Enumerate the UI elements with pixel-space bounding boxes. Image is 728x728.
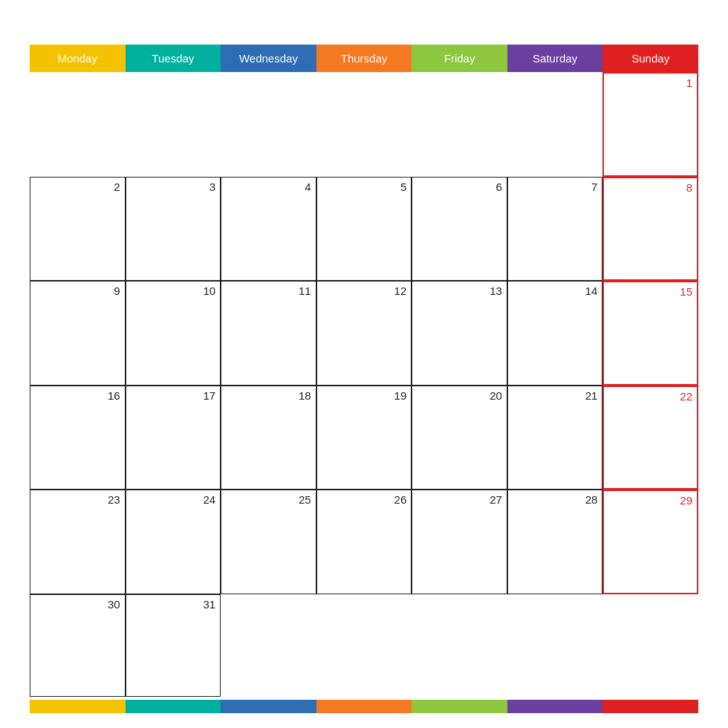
day-cell-empty <box>316 72 412 177</box>
day-number-16: 16 <box>35 389 120 402</box>
day-header-thursday: Thursday <box>316 45 412 72</box>
day-number-25: 25 <box>226 493 311 506</box>
day-cell-22[interactable]: 22 <box>602 386 698 490</box>
day-number-2: 2 <box>35 181 120 193</box>
day-number-7: 7 <box>513 181 598 193</box>
day-cell-31[interactable]: 31 <box>126 594 221 698</box>
bottom-bar-monday <box>30 700 126 713</box>
day-number-26: 26 <box>322 493 407 506</box>
calendar-grid: 1234567891011121314151617181920212223242… <box>30 72 698 697</box>
day-header-monday: Monday <box>30 45 126 72</box>
day-cell-19[interactable]: 19 <box>316 386 412 490</box>
day-number-4: 4 <box>226 181 311 193</box>
day-cell-29[interactable]: 29 <box>602 490 698 594</box>
day-cell-empty <box>412 594 507 698</box>
day-cell-10[interactable]: 10 <box>126 281 221 386</box>
bottom-color-bar <box>30 700 698 713</box>
day-cell-empty <box>30 72 126 177</box>
day-number-12: 12 <box>322 285 407 297</box>
day-number-28: 28 <box>513 493 598 506</box>
day-cell-20[interactable]: 20 <box>412 386 507 490</box>
day-number-20: 20 <box>417 389 502 402</box>
day-cell-12[interactable]: 12 <box>316 281 412 386</box>
day-cell-11[interactable]: 11 <box>221 281 316 386</box>
day-number-23: 23 <box>35 493 120 506</box>
day-number-15: 15 <box>608 285 692 298</box>
day-cell-6[interactable]: 6 <box>412 177 507 282</box>
day-number-27: 27 <box>417 493 502 506</box>
day-header-sunday: Sunday <box>602 45 698 72</box>
bottom-bar-sunday <box>602 700 698 713</box>
day-cell-14[interactable]: 14 <box>507 281 603 386</box>
bottom-bar-friday <box>412 700 507 713</box>
day-header-friday: Friday <box>412 45 507 72</box>
day-cell-28[interactable]: 28 <box>507 490 603 594</box>
day-cell-empty <box>316 594 412 698</box>
bottom-bar-tuesday <box>126 700 221 713</box>
day-number-5: 5 <box>322 181 407 193</box>
bottom-bar-wednesday <box>221 700 316 713</box>
day-cell-30[interactable]: 30 <box>30 594 126 698</box>
day-cell-16[interactable]: 16 <box>30 386 126 490</box>
day-cell-25[interactable]: 25 <box>221 490 316 594</box>
day-cell-empty <box>602 594 698 698</box>
day-number-6: 6 <box>417 181 502 193</box>
day-number-14: 14 <box>513 285 598 297</box>
day-cell-empty <box>221 594 316 698</box>
day-cell-21[interactable]: 21 <box>507 386 603 490</box>
bottom-bar-thursday <box>316 700 412 713</box>
day-header-wednesday: Wednesday <box>221 45 316 72</box>
day-cell-15[interactable]: 15 <box>602 281 698 386</box>
day-number-11: 11 <box>226 285 311 297</box>
day-cell-2[interactable]: 2 <box>30 177 126 282</box>
day-number-18: 18 <box>226 389 311 402</box>
day-number-29: 29 <box>608 494 692 507</box>
calendar-page: MondayTuesdayWednesdayThursdayFridaySatu… <box>0 0 728 728</box>
day-cell-empty <box>412 72 507 177</box>
bottom-bar-saturday <box>507 700 603 713</box>
day-cell-empty <box>221 72 316 177</box>
day-cell-18[interactable]: 18 <box>221 386 316 490</box>
day-cell-23[interactable]: 23 <box>30 490 126 594</box>
day-cell-24[interactable]: 24 <box>126 490 221 594</box>
day-number-19: 19 <box>322 389 407 402</box>
day-cell-empty <box>507 72 603 177</box>
day-number-8: 8 <box>608 181 692 194</box>
day-number-3: 3 <box>131 181 216 193</box>
day-cell-4[interactable]: 4 <box>221 177 316 282</box>
day-cell-26[interactable]: 26 <box>316 490 412 594</box>
day-header-saturday: Saturday <box>507 45 603 72</box>
day-cell-empty <box>507 594 603 698</box>
day-number-30: 30 <box>35 598 120 611</box>
day-number-31: 31 <box>131 598 216 611</box>
day-number-9: 9 <box>35 285 120 297</box>
day-cell-3[interactable]: 3 <box>126 177 221 282</box>
day-cell-9[interactable]: 9 <box>30 281 126 386</box>
day-number-1: 1 <box>608 77 692 89</box>
day-number-13: 13 <box>417 285 502 297</box>
day-cell-13[interactable]: 13 <box>412 281 507 386</box>
day-cell-1[interactable]: 1 <box>602 72 698 177</box>
day-cell-27[interactable]: 27 <box>412 490 507 594</box>
day-cell-8[interactable]: 8 <box>602 177 698 282</box>
day-number-17: 17 <box>131 389 216 402</box>
day-number-22: 22 <box>608 390 692 403</box>
day-number-21: 21 <box>513 389 598 402</box>
day-cell-5[interactable]: 5 <box>316 177 412 282</box>
day-number-24: 24 <box>131 493 216 506</box>
day-cell-17[interactable]: 17 <box>126 386 221 490</box>
day-number-10: 10 <box>131 285 216 297</box>
day-cell-7[interactable]: 7 <box>507 177 603 282</box>
day-header-tuesday: Tuesday <box>126 45 221 72</box>
day-cell-empty <box>126 72 221 177</box>
day-headers-row: MondayTuesdayWednesdayThursdayFridaySatu… <box>30 45 698 72</box>
